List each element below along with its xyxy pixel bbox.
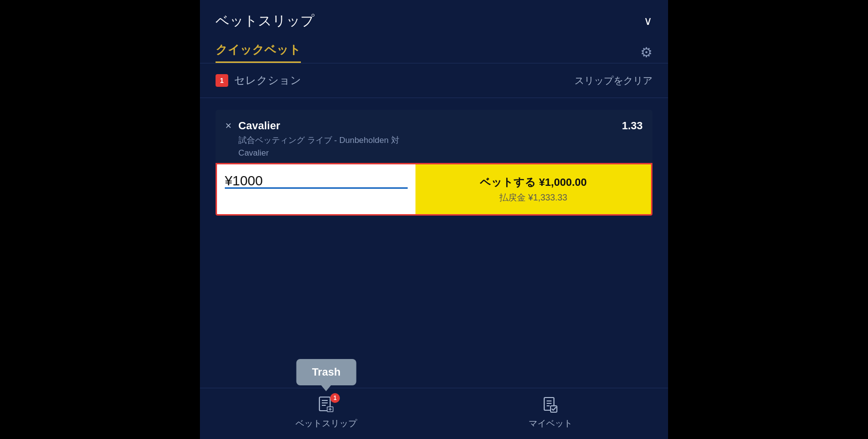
amount-input-container — [217, 164, 415, 214]
bet-odds: 1.33 — [622, 120, 643, 132]
clear-slip-button[interactable]: スリップをクリア — [574, 74, 652, 87]
bet-description: 試合ベッティング ライブ - Dunbeholden 対 Cavalier — [238, 134, 399, 159]
mybets-nav-icon — [542, 396, 559, 414]
bet-name: Cavalier — [238, 120, 399, 132]
bet-button-main-text: ベットする ¥1,000.00 — [480, 175, 587, 190]
trash-tooltip: Trash — [296, 359, 356, 385]
selection-badge: 1 — [216, 74, 228, 87]
close-icon[interactable]: × — [225, 120, 232, 131]
bet-button-sub-text: 払戻金 ¥1,333.33 — [499, 192, 567, 203]
bet-input-row: ベットする ¥1,000.00 払戻金 ¥1,333.33 — [216, 163, 652, 216]
main-panel: ベットスリップ ∨ クイックベット ⚙ 1 セレクション スリップをクリア × … — [200, 0, 668, 439]
bet-button[interactable]: ベットする ¥1,000.00 払戻金 ¥1,333.33 — [415, 164, 651, 214]
nav-betslip[interactable]: 1 ベットスリップ Trash — [296, 396, 357, 429]
bet-info: Cavalier 試合ベッティング ライブ - Dunbeholden 対 Ca… — [238, 120, 399, 159]
bet-card: × Cavalier 試合ベッティング ライブ - Dunbeholden 対 … — [216, 110, 652, 216]
bottom-nav: 1 ベットスリップ Trash マイベット — [200, 388, 668, 439]
bet-left: × Cavalier 試合ベッティング ライブ - Dunbeholden 対 … — [225, 120, 399, 159]
selection-row: 1 セレクション スリップをクリア — [200, 63, 668, 98]
selection-left: 1 セレクション — [216, 73, 301, 88]
mybets-nav-label: マイベット — [529, 418, 572, 429]
betslip-nav-label: ベットスリップ — [296, 418, 357, 429]
nav-mybets[interactable]: マイベット — [529, 396, 572, 429]
tabs-area: クイックベット ⚙ — [200, 38, 668, 63]
chevron-down-icon[interactable]: ∨ — [644, 14, 652, 28]
betslip-title: ベットスリップ — [216, 12, 315, 30]
selection-label: セレクション — [234, 73, 301, 88]
nav-mybets-icon-wrapper — [542, 396, 559, 416]
gear-icon[interactable]: ⚙ — [640, 44, 652, 60]
header: ベットスリップ ∨ — [200, 0, 668, 38]
tab-quick-bet[interactable]: クイックベット — [216, 42, 301, 63]
nav-betslip-icon-wrapper: 1 — [317, 396, 335, 416]
amount-input[interactable] — [225, 173, 408, 189]
betslip-nav-badge: 1 — [330, 393, 340, 403]
input-underline — [225, 187, 408, 189]
bet-card-top: × Cavalier 試合ベッティング ライブ - Dunbeholden 対 … — [225, 120, 643, 159]
